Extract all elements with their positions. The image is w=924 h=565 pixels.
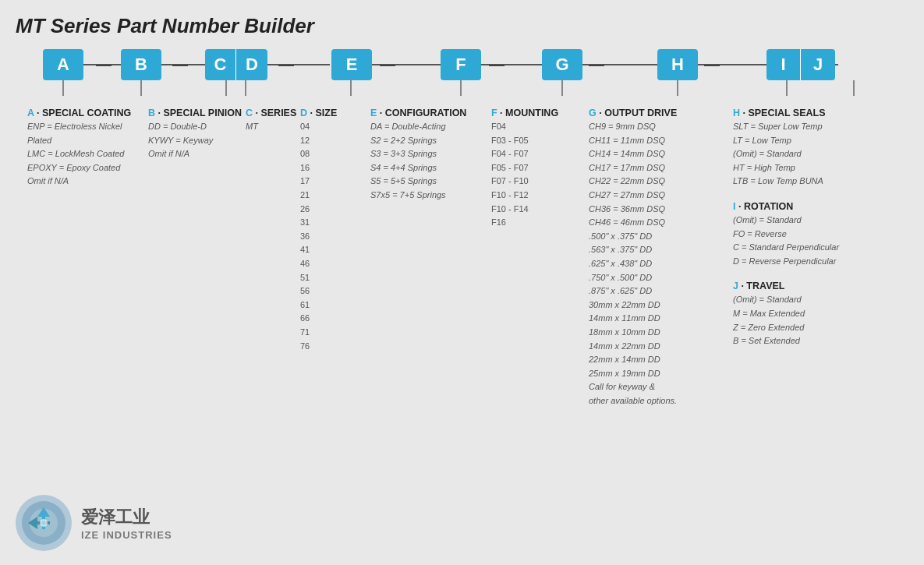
section-d-body: 0412081617212631364146515661667176: [300, 120, 366, 353]
section-f-title: F · MOUNTING: [491, 108, 585, 118]
section-h: H · SPECIAL SEALS SLT = Super Low Temp L…: [733, 108, 854, 348]
section-a-body: ENP = Electroless Nickel Plated LMC = Lo…: [27, 120, 144, 189]
section-f: F · MOUNTING F04 F03 - F05 F04 - F07 F05…: [491, 108, 589, 230]
section-i-container: I · ROTATION (Omit) = Standard FO = Reve…: [733, 201, 850, 268]
section-b-title: B · SPECIAL PINION: [148, 108, 242, 118]
letter-box-c: C: [205, 49, 236, 80]
letter-box-j: J: [801, 49, 835, 80]
letter-box-a: A: [43, 49, 83, 80]
section-c-title: C · SERIES: [246, 108, 299, 118]
section-c-body: MT: [246, 120, 299, 134]
page-title: MT Series Part Number Builder: [16, 14, 908, 38]
svg-text:—: —: [589, 55, 604, 72]
company-logo: [16, 495, 72, 551]
logo-svg: [20, 500, 67, 546]
section-b: B · SPECIAL PINION DD = Double-D KYWY = …: [148, 108, 246, 161]
content-area: A · SPECIAL COATING ENP = Electroless Ni…: [27, 108, 920, 408]
section-h-title: H · SPECIAL SEALS: [733, 108, 850, 118]
part-number-diagram: — — — — — — — — A B C D E: [27, 49, 908, 108]
letter-box-f: F: [441, 49, 481, 80]
section-i-title: I · ROTATION: [733, 201, 850, 212]
section-e-body: DA = Double-Acting S2 = 2+2 Springs S3 =…: [370, 120, 487, 203]
section-j-title: J · TRAVEL: [733, 281, 850, 291]
company-english-name: IZE INDUSTRIES: [81, 529, 172, 541]
letter-box-e: E: [331, 49, 372, 80]
section-d-title: D · SIZE: [300, 108, 366, 118]
section-d: D · SIZE 0412081617212631364146515661667…: [300, 108, 370, 353]
section-a-title: A · SPECIAL COATING: [27, 108, 144, 118]
svg-text:—: —: [96, 55, 112, 72]
company-info: 爱泽工业 IZE INDUSTRIES: [81, 506, 172, 541]
letter-box-h: H: [657, 49, 698, 80]
svg-text:—: —: [172, 55, 188, 72]
section-g: G · OUTPUT DRIVE CH9 = 9mm DSQ CH11 = 11…: [589, 108, 733, 408]
svg-text:—: —: [278, 55, 294, 72]
letter-box-i: I: [766, 49, 801, 80]
logo-area: 爱泽工业 IZE INDUSTRIES: [16, 495, 172, 551]
section-e: E · CONFIGURATION DA = Double-Acting S2 …: [370, 108, 491, 203]
letter-box-g: G: [542, 49, 582, 80]
section-c: C · SERIES MT: [246, 108, 300, 134]
section-a: A · SPECIAL COATING ENP = Electroless Ni…: [27, 108, 148, 189]
svg-text:—: —: [380, 55, 395, 72]
section-e-title: E · CONFIGURATION: [370, 108, 487, 118]
svg-text:—: —: [489, 55, 504, 72]
section-j-body: (Omit) = Standard M = Max Extended Z = Z…: [733, 293, 850, 348]
section-i-body: (Omit) = Standard FO = Reverse C = Stand…: [733, 214, 850, 268]
section-j-container: J · TRAVEL (Omit) = Standard M = Max Ext…: [733, 281, 850, 348]
section-b-body: DD = Double-D KYWY = Keyway Omit if N/A: [148, 120, 242, 161]
letter-box-b: B: [121, 49, 161, 80]
company-chinese-name: 爱泽工业: [81, 506, 172, 529]
section-g-title: G · OUTPUT DRIVE: [589, 108, 729, 118]
page: MT Series Part Number Builder: [0, 0, 924, 565]
letter-box-d: D: [236, 49, 267, 80]
section-f-body: F04 F03 - F05 F04 - F07 F05 - F07 F07 - …: [491, 120, 585, 230]
svg-point-28: [40, 519, 48, 527]
section-h-body: SLT = Super Low Temp LT = Low Temp (Omit…: [733, 120, 850, 189]
section-g-body: CH9 = 9mm DSQ CH11 = 11mm DSQ CH14 = 14m…: [589, 120, 729, 408]
svg-text:—: —: [704, 55, 720, 72]
